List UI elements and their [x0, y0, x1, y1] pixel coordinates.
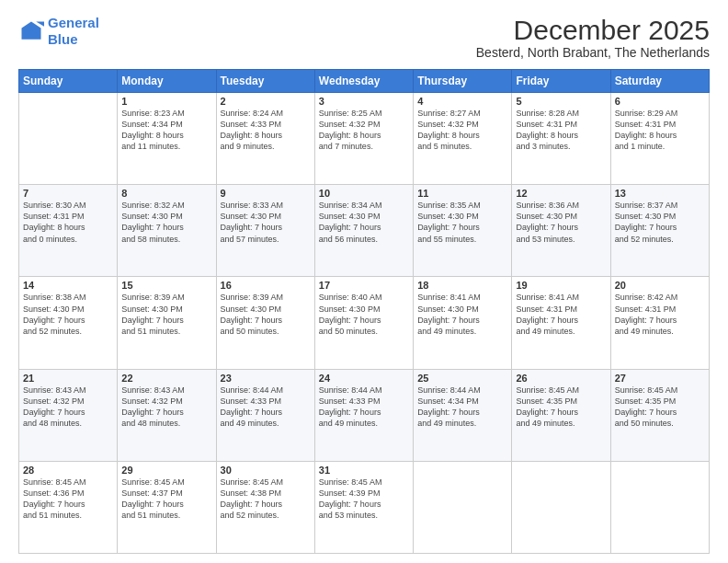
svg-marker-0 [22, 22, 41, 40]
day-info: Sunrise: 8:39 AM Sunset: 4:30 PM Dayligh… [121, 292, 211, 337]
calendar-day-header: Monday [118, 70, 216, 93]
day-number: 1 [121, 96, 211, 107]
calendar-cell: 10Sunrise: 8:34 AM Sunset: 4:30 PM Dayli… [314, 185, 413, 277]
day-info: Sunrise: 8:23 AM Sunset: 4:34 PM Dayligh… [121, 108, 211, 153]
calendar-cell [19, 93, 118, 185]
day-number: 10 [319, 188, 409, 199]
day-info: Sunrise: 8:44 AM Sunset: 4:34 PM Dayligh… [417, 385, 507, 430]
day-info: Sunrise: 8:45 AM Sunset: 4:39 PM Dayligh… [319, 477, 409, 522]
day-info: Sunrise: 8:45 AM Sunset: 4:36 PM Dayligh… [23, 477, 113, 522]
day-number: 5 [516, 96, 606, 107]
calendar-day-header: Sunday [19, 70, 118, 93]
day-info: Sunrise: 8:24 AM Sunset: 4:33 PM Dayligh… [221, 108, 311, 153]
calendar-cell: 28Sunrise: 8:45 AM Sunset: 4:36 PM Dayli… [19, 461, 118, 553]
day-number: 12 [516, 188, 606, 199]
calendar-cell: 3Sunrise: 8:25 AM Sunset: 4:32 PM Daylig… [314, 93, 413, 185]
day-number: 24 [319, 373, 409, 384]
day-info: Sunrise: 8:40 AM Sunset: 4:30 PM Dayligh… [319, 292, 409, 337]
calendar-cell: 4Sunrise: 8:27 AM Sunset: 4:32 PM Daylig… [414, 93, 512, 185]
day-number: 13 [615, 188, 705, 199]
calendar-cell: 22Sunrise: 8:43 AM Sunset: 4:32 PM Dayli… [118, 369, 216, 461]
day-number: 2 [221, 96, 311, 107]
calendar-cell: 27Sunrise: 8:45 AM Sunset: 4:35 PM Dayli… [610, 369, 709, 461]
day-info: Sunrise: 8:41 AM Sunset: 4:31 PM Dayligh… [516, 292, 606, 337]
day-number: 11 [417, 188, 507, 199]
day-number: 7 [23, 188, 113, 199]
logo-icon [18, 18, 44, 44]
calendar-cell: 31Sunrise: 8:45 AM Sunset: 4:39 PM Dayli… [314, 461, 413, 553]
day-number: 23 [221, 373, 311, 384]
day-number: 14 [23, 280, 113, 291]
day-number: 17 [319, 280, 409, 291]
day-info: Sunrise: 8:37 AM Sunset: 4:30 PM Dayligh… [615, 200, 705, 245]
calendar-cell: 7Sunrise: 8:30 AM Sunset: 4:31 PM Daylig… [19, 185, 118, 277]
day-number: 18 [417, 280, 507, 291]
main-title: December 2025 [476, 15, 710, 45]
day-info: Sunrise: 8:28 AM Sunset: 4:31 PM Dayligh… [516, 108, 606, 153]
header: General Blue December 2025 Besterd, Nort… [18, 15, 710, 60]
day-number: 30 [221, 465, 311, 476]
logo-line1: General [48, 15, 99, 30]
calendar-week-row: 14Sunrise: 8:38 AM Sunset: 4:30 PM Dayli… [19, 277, 710, 369]
calendar-cell: 23Sunrise: 8:44 AM Sunset: 4:33 PM Dayli… [216, 369, 314, 461]
day-info: Sunrise: 8:39 AM Sunset: 4:30 PM Dayligh… [221, 292, 311, 337]
day-info: Sunrise: 8:43 AM Sunset: 4:32 PM Dayligh… [121, 385, 211, 430]
day-number: 8 [121, 188, 211, 199]
calendar-cell: 8Sunrise: 8:32 AM Sunset: 4:30 PM Daylig… [118, 185, 216, 277]
day-number: 28 [23, 465, 113, 476]
day-number: 22 [121, 373, 211, 384]
day-info: Sunrise: 8:25 AM Sunset: 4:32 PM Dayligh… [319, 108, 409, 153]
day-info: Sunrise: 8:45 AM Sunset: 4:38 PM Dayligh… [221, 477, 311, 522]
calendar-table: SundayMondayTuesdayWednesdayThursdayFrid… [18, 69, 710, 554]
calendar-header-row: SundayMondayTuesdayWednesdayThursdayFrid… [19, 70, 710, 93]
day-info: Sunrise: 8:32 AM Sunset: 4:30 PM Dayligh… [121, 200, 211, 245]
day-info: Sunrise: 8:38 AM Sunset: 4:30 PM Dayligh… [23, 292, 113, 337]
day-info: Sunrise: 8:33 AM Sunset: 4:30 PM Dayligh… [221, 200, 311, 245]
day-info: Sunrise: 8:41 AM Sunset: 4:30 PM Dayligh… [417, 292, 507, 337]
calendar-day-header: Thursday [414, 70, 512, 93]
calendar-cell: 6Sunrise: 8:29 AM Sunset: 4:31 PM Daylig… [610, 93, 709, 185]
page: General Blue December 2025 Besterd, Nort… [0, 0, 728, 563]
calendar-cell: 24Sunrise: 8:44 AM Sunset: 4:33 PM Dayli… [314, 369, 413, 461]
calendar-cell [610, 461, 709, 553]
day-info: Sunrise: 8:45 AM Sunset: 4:35 PM Dayligh… [615, 385, 705, 430]
calendar-cell: 14Sunrise: 8:38 AM Sunset: 4:30 PM Dayli… [19, 277, 118, 369]
day-number: 20 [615, 280, 705, 291]
title-block: December 2025 Besterd, North Brabant, Th… [476, 15, 710, 60]
calendar-cell: 26Sunrise: 8:45 AM Sunset: 4:35 PM Dayli… [512, 369, 610, 461]
day-info: Sunrise: 8:42 AM Sunset: 4:31 PM Dayligh… [615, 292, 705, 337]
calendar-cell: 19Sunrise: 8:41 AM Sunset: 4:31 PM Dayli… [512, 277, 610, 369]
calendar-day-header: Saturday [610, 70, 709, 93]
calendar-cell: 1Sunrise: 8:23 AM Sunset: 4:34 PM Daylig… [118, 93, 216, 185]
day-number: 27 [615, 373, 705, 384]
calendar-cell: 12Sunrise: 8:36 AM Sunset: 4:30 PM Dayli… [512, 185, 610, 277]
calendar-cell: 15Sunrise: 8:39 AM Sunset: 4:30 PM Dayli… [118, 277, 216, 369]
logo-text: General Blue [48, 15, 99, 48]
calendar-cell: 16Sunrise: 8:39 AM Sunset: 4:30 PM Dayli… [216, 277, 314, 369]
calendar-week-row: 7Sunrise: 8:30 AM Sunset: 4:31 PM Daylig… [19, 185, 710, 277]
day-info: Sunrise: 8:35 AM Sunset: 4:30 PM Dayligh… [417, 200, 507, 245]
calendar-cell: 2Sunrise: 8:24 AM Sunset: 4:33 PM Daylig… [216, 93, 314, 185]
day-info: Sunrise: 8:45 AM Sunset: 4:35 PM Dayligh… [516, 385, 606, 430]
day-info: Sunrise: 8:44 AM Sunset: 4:33 PM Dayligh… [319, 385, 409, 430]
calendar-week-row: 28Sunrise: 8:45 AM Sunset: 4:36 PM Dayli… [19, 461, 710, 553]
day-number: 29 [121, 465, 211, 476]
day-info: Sunrise: 8:44 AM Sunset: 4:33 PM Dayligh… [221, 385, 311, 430]
day-number: 4 [417, 96, 507, 107]
subtitle: Besterd, North Brabant, The Netherlands [476, 45, 710, 60]
calendar-week-row: 1Sunrise: 8:23 AM Sunset: 4:34 PM Daylig… [19, 93, 710, 185]
calendar-day-header: Wednesday [314, 70, 413, 93]
day-info: Sunrise: 8:43 AM Sunset: 4:32 PM Dayligh… [23, 385, 113, 430]
calendar-cell [512, 461, 610, 553]
calendar-cell: 9Sunrise: 8:33 AM Sunset: 4:30 PM Daylig… [216, 185, 314, 277]
day-info: Sunrise: 8:36 AM Sunset: 4:30 PM Dayligh… [516, 200, 606, 245]
day-info: Sunrise: 8:27 AM Sunset: 4:32 PM Dayligh… [417, 108, 507, 153]
day-info: Sunrise: 8:29 AM Sunset: 4:31 PM Dayligh… [615, 108, 705, 153]
day-number: 26 [516, 373, 606, 384]
day-info: Sunrise: 8:30 AM Sunset: 4:31 PM Dayligh… [23, 200, 113, 245]
calendar-cell: 25Sunrise: 8:44 AM Sunset: 4:34 PM Dayli… [414, 369, 512, 461]
day-number: 16 [221, 280, 311, 291]
logo: General Blue [18, 15, 99, 48]
day-info: Sunrise: 8:45 AM Sunset: 4:37 PM Dayligh… [121, 477, 211, 522]
calendar-week-row: 21Sunrise: 8:43 AM Sunset: 4:32 PM Dayli… [19, 369, 710, 461]
